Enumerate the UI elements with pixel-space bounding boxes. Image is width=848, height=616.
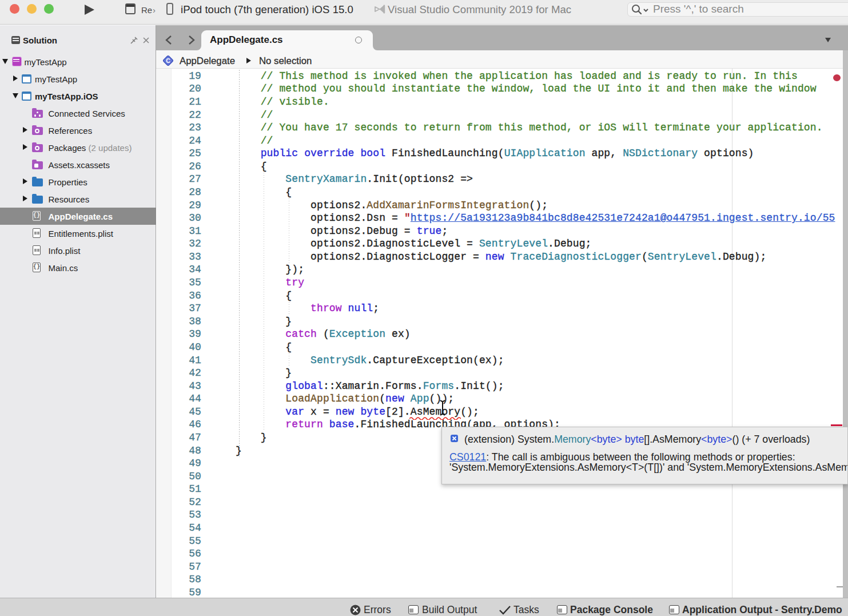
svg-text:C: C [166, 57, 170, 64]
